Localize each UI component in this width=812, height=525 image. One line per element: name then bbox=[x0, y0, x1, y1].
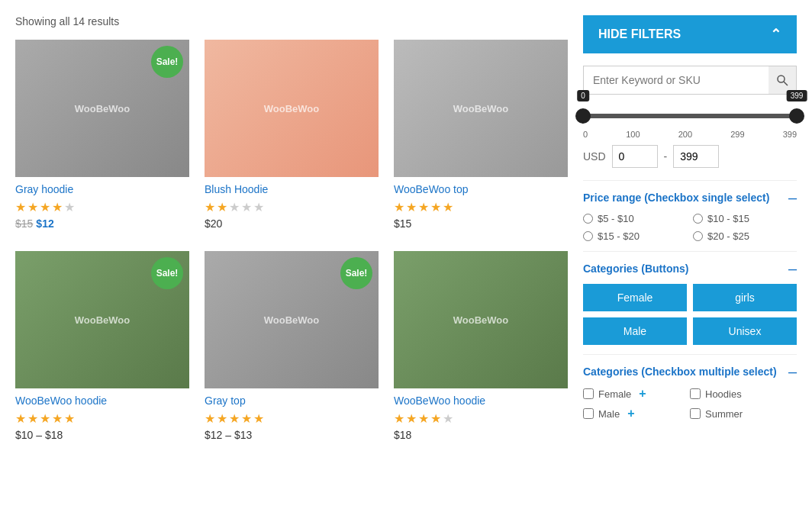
tick-0: 0 bbox=[583, 130, 588, 139]
slider-fill bbox=[583, 114, 797, 118]
product-card-woobewoo-top[interactable]: WooBeWooWooBeWoo top★★★★★$15 bbox=[394, 40, 568, 236]
product-image: WooBeWoo bbox=[394, 251, 568, 388]
product-rating: ★★★★★ bbox=[205, 411, 379, 426]
price-range-label: $5 - $10 bbox=[598, 213, 634, 224]
product-image-label: WooBeWoo bbox=[453, 103, 508, 114]
star-icon: ★ bbox=[241, 411, 252, 426]
price-min-input[interactable] bbox=[612, 145, 658, 168]
product-image: WooBeWoo bbox=[205, 40, 379, 177]
price-range-header[interactable]: Price range (Checkbox single select) – bbox=[583, 190, 797, 205]
price-range-radio[interactable] bbox=[583, 214, 593, 224]
category-button-unisex[interactable]: Unisex bbox=[693, 317, 797, 345]
star-icon: ★ bbox=[40, 200, 50, 214]
categories-buttons-title: Categories (Buttons) bbox=[583, 262, 688, 275]
product-price: $18 bbox=[394, 429, 568, 441]
star-icon: ★ bbox=[205, 200, 215, 214]
tick-200: 200 bbox=[678, 130, 692, 139]
category-button-female[interactable]: Female bbox=[583, 284, 687, 311]
price-range-radio[interactable] bbox=[693, 231, 703, 241]
product-image-label: WooBeWoo bbox=[264, 314, 319, 326]
categories-buttons-header[interactable]: Categories (Buttons) – bbox=[583, 261, 797, 276]
sale-badge: Sale! bbox=[151, 46, 183, 78]
thumb-min-label: 0 bbox=[577, 90, 589, 101]
hide-filters-button[interactable]: HIDE FILTERS ⌃ bbox=[583, 15, 797, 53]
checkbox-summer[interactable] bbox=[690, 408, 701, 419]
categories-checkbox-section: Categories (Checkbox multiple select) – … bbox=[583, 354, 797, 430]
product-info: WooBeWoo hoodie★★★★★$18 bbox=[394, 388, 568, 447]
star-icon: ★ bbox=[27, 411, 38, 426]
product-info: WooBeWoo hoodie★★★★★$10 – $18 bbox=[15, 388, 189, 447]
star-icon: ★ bbox=[430, 200, 441, 214]
product-name[interactable]: WooBeWoo hoodie bbox=[394, 395, 568, 407]
product-name[interactable]: Gray top bbox=[205, 395, 379, 407]
price-max-input[interactable] bbox=[673, 145, 719, 168]
price-range-radio[interactable] bbox=[583, 231, 593, 241]
price-range-label: $20 - $25 bbox=[707, 230, 749, 242]
price-range-options: $5 - $10$10 - $15$15 - $20$20 - $25 bbox=[583, 213, 797, 242]
price-range-label: $15 - $20 bbox=[598, 230, 640, 242]
sale-badge: Sale! bbox=[151, 257, 183, 289]
star-icon: ★ bbox=[217, 200, 227, 214]
product-name[interactable]: Gray hoodie bbox=[15, 183, 189, 195]
keyword-search-input[interactable] bbox=[583, 66, 797, 95]
product-name[interactable]: WooBeWoo top bbox=[394, 183, 568, 195]
star-icon: ★ bbox=[443, 411, 453, 426]
star-icon: ★ bbox=[52, 200, 63, 214]
slider-thumb-min[interactable]: 0 bbox=[575, 108, 591, 124]
categories-buttons-section: Categories (Buttons) – FemalegirlsMaleUn… bbox=[583, 251, 797, 354]
hide-filters-label: HIDE FILTERS bbox=[598, 27, 681, 41]
checkbox-hoodies[interactable] bbox=[690, 388, 701, 399]
chevron-up-icon: ⌃ bbox=[770, 26, 781, 43]
price-range-option[interactable]: $15 - $20 bbox=[583, 230, 687, 242]
star-icon: ★ bbox=[406, 411, 417, 426]
product-rating: ★★★★★ bbox=[394, 200, 568, 214]
product-name[interactable]: WooBeWoo hoodie bbox=[15, 395, 189, 407]
categories-buttons-collapse-icon[interactable]: – bbox=[788, 261, 797, 276]
checkbox-male[interactable] bbox=[583, 408, 594, 419]
thumb-max-label: 399 bbox=[787, 90, 807, 101]
product-price: $10 – $18 bbox=[15, 429, 189, 441]
product-card-blush-hoodie[interactable]: WooBeWooBlush Hoodie★★★★★$20 bbox=[205, 40, 379, 236]
categories-checkbox-header[interactable]: Categories (Checkbox multiple select) – bbox=[583, 364, 797, 379]
star-icon: ★ bbox=[64, 411, 75, 426]
product-card-gray-top[interactable]: WooBeWooSale!Gray top★★★★★$12 – $13 bbox=[205, 251, 379, 447]
star-icon: ★ bbox=[430, 411, 441, 426]
star-icon: ★ bbox=[40, 411, 50, 426]
slider-track-container[interactable]: 0 399 bbox=[583, 107, 797, 125]
price-inputs: USD - bbox=[583, 145, 797, 168]
star-icon: ★ bbox=[406, 200, 417, 214]
product-rating: ★★★★★ bbox=[15, 411, 189, 426]
price-range-radio[interactable] bbox=[693, 214, 703, 224]
checkbox-item-female[interactable]: Female+ bbox=[583, 387, 690, 401]
filters-sidebar: HIDE FILTERS ⌃ 0 399 bbox=[583, 15, 797, 447]
star-icon: ★ bbox=[217, 411, 227, 426]
price-range-option[interactable]: $5 - $10 bbox=[583, 213, 687, 224]
product-name[interactable]: Blush Hoodie bbox=[205, 183, 379, 195]
product-card-gray-hoodie[interactable]: WooBeWooSale!Gray hoodie★★★★★$15$12 bbox=[15, 40, 189, 236]
price-range-section: Price range (Checkbox single select) – $… bbox=[583, 180, 797, 251]
checkbox-female[interactable] bbox=[583, 388, 594, 399]
categories-checkbox-collapse-icon[interactable]: – bbox=[788, 364, 797, 379]
product-card-woobewoo-hoodie-2[interactable]: WooBeWooWooBeWoo hoodie★★★★★$18 bbox=[394, 251, 568, 447]
product-image-label: WooBeWoo bbox=[75, 103, 130, 114]
star-icon: ★ bbox=[253, 411, 264, 426]
product-rating: ★★★★★ bbox=[394, 411, 568, 426]
price-range: $15 bbox=[394, 217, 411, 230]
category-button-girls[interactable]: girls bbox=[693, 284, 797, 311]
sale-badge: Sale! bbox=[340, 257, 372, 289]
slider-thumb-max[interactable]: 399 bbox=[789, 108, 804, 124]
checkbox-item-hoodies[interactable]: Hoodies bbox=[690, 387, 797, 401]
checkbox-item-summer[interactable]: Summer bbox=[690, 407, 797, 420]
star-icon: ★ bbox=[52, 411, 63, 426]
categories-checkbox-grid: Female+HoodiesMale+Summer bbox=[583, 387, 797, 420]
category-button-male[interactable]: Male bbox=[583, 317, 687, 345]
price-range-option[interactable]: $20 - $25 bbox=[693, 230, 797, 242]
star-icon: ★ bbox=[15, 411, 26, 426]
price-range: $12 – $13 bbox=[205, 429, 252, 441]
price-range-option[interactable]: $10 - $15 bbox=[693, 213, 797, 224]
price-range-title: Price range (Checkbox single select) bbox=[583, 192, 769, 204]
price-range-collapse-icon[interactable]: – bbox=[788, 190, 797, 205]
product-rating: ★★★★★ bbox=[205, 200, 379, 214]
product-card-woobewoo-hoodie-1[interactable]: WooBeWooSale!WooBeWoo hoodie★★★★★$10 – $… bbox=[15, 251, 189, 447]
checkbox-item-male[interactable]: Male+ bbox=[583, 407, 690, 420]
